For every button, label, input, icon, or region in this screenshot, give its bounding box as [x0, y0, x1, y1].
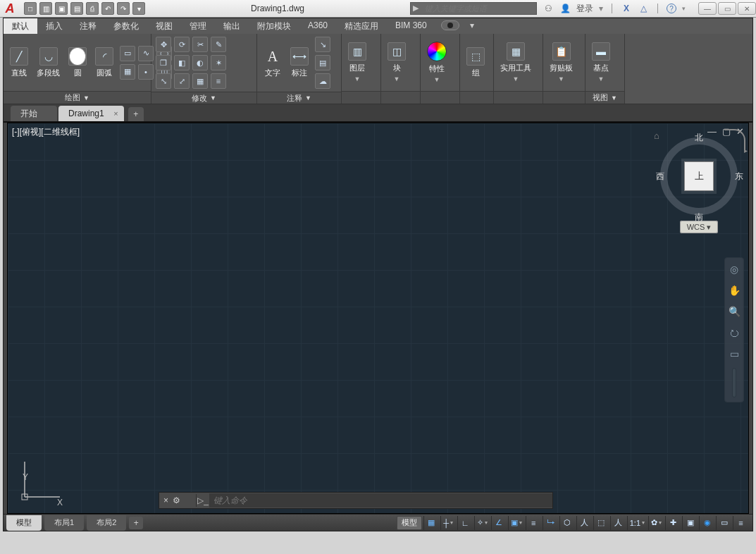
- rotate-icon[interactable]: ⟳: [174, 37, 190, 52]
- showmotion-icon[interactable]: ▭: [727, 347, 741, 361]
- fillet-icon[interactable]: ◐: [192, 55, 208, 70]
- tab-featured[interactable]: 精选应用: [336, 18, 387, 34]
- tab-default[interactable]: 默认: [4, 18, 37, 34]
- ribbon-minimize-icon[interactable]: ▾: [465, 18, 479, 34]
- circle-button[interactable]: 圆: [66, 46, 89, 80]
- undo-icon[interactable]: ↶: [101, 2, 114, 15]
- isodraft-icon[interactable]: ∠: [491, 516, 507, 530]
- redo-icon[interactable]: ↷: [117, 2, 130, 15]
- compass[interactable]: 北 南 西 东 上: [660, 137, 738, 215]
- polyline-button[interactable]: ◡多段线: [35, 46, 62, 80]
- minimize-button[interactable]: —: [698, 2, 717, 15]
- customize-icon[interactable]: ≡: [733, 516, 748, 530]
- tab-parametric[interactable]: 参数化: [105, 18, 147, 34]
- home-icon[interactable]: ⌂: [654, 130, 659, 141]
- open-icon[interactable]: ▥: [39, 2, 52, 15]
- tab-drawing1[interactable]: Drawing1×: [58, 106, 124, 121]
- explode-icon[interactable]: ✶: [211, 55, 226, 70]
- orbit-icon[interactable]: ⭮: [727, 326, 741, 340]
- save-icon[interactable]: ▣: [55, 2, 68, 15]
- tab-output[interactable]: 输出: [215, 18, 249, 34]
- cmd-close-icon[interactable]: ×: [163, 495, 168, 505]
- cmd-config-icon[interactable]: ⚙: [173, 495, 180, 505]
- isolation-icon[interactable]: ▣: [682, 516, 698, 530]
- app-logo[interactable]: A: [0, 0, 20, 17]
- pan-icon[interactable]: ✋: [727, 283, 741, 297]
- signin-label[interactable]: 登录: [576, 3, 593, 15]
- panel-draw-title[interactable]: 绘图▼: [4, 91, 151, 104]
- tab-start[interactable]: 开始: [11, 106, 57, 121]
- compass-east[interactable]: 东: [735, 171, 743, 183]
- copy-icon[interactable]: ❐: [156, 55, 171, 70]
- hatch-icon[interactable]: ▦: [120, 64, 135, 80]
- command-line[interactable]: ×⚙ ▷_: [159, 492, 553, 509]
- view-cube[interactable]: ⌂ 北 南 西 东 上 WCS ▾: [657, 130, 741, 233]
- exchange-a-icon[interactable]: △: [638, 3, 649, 14]
- block-button[interactable]: ◫块▼: [385, 41, 408, 84]
- panel-view-title[interactable]: 视图▼: [585, 91, 624, 104]
- print-icon[interactable]: ⎙: [86, 2, 99, 15]
- infocenter-icon[interactable]: ⚇: [543, 3, 554, 14]
- scale-label[interactable]: 1:1▾: [627, 516, 647, 530]
- clean-screen-icon[interactable]: ▭: [716, 516, 731, 530]
- offset-icon[interactable]: ≡: [211, 73, 226, 89]
- tab-addins[interactable]: 附加模块: [249, 18, 299, 34]
- annoscale-icon[interactable]: 人: [610, 516, 626, 530]
- arc-button[interactable]: ◜圆弧: [93, 46, 116, 80]
- trim-icon[interactable]: ✂: [192, 37, 208, 52]
- search-input[interactable]: [425, 4, 536, 13]
- clipboard-button[interactable]: 📋剪贴板▼: [547, 41, 575, 84]
- erase-icon[interactable]: ✎: [211, 37, 226, 52]
- grid-icon[interactable]: ▦: [423, 516, 439, 530]
- properties-button[interactable]: 特性▼: [425, 40, 449, 85]
- help-icon[interactable]: ?: [667, 4, 676, 13]
- drawing-area[interactable]: [-][俯视][二维线框] — ▢ ✕ ⌂ 北 南 西 东 上 WCS ▾ ◎ …: [7, 123, 749, 514]
- maximize-button[interactable]: ▭: [718, 2, 736, 15]
- zoom-extents-icon[interactable]: 🔍: [727, 304, 741, 319]
- compass-west[interactable]: 西: [656, 171, 664, 183]
- snap-icon[interactable]: ┼▾: [440, 516, 456, 530]
- add-tab-button[interactable]: +: [128, 107, 144, 121]
- osnap-icon[interactable]: ▣▾: [508, 516, 524, 530]
- signin-icon[interactable]: 👤: [559, 3, 571, 14]
- layer-button[interactable]: ▥图层▼: [346, 41, 368, 84]
- add-layout-button[interactable]: +: [129, 517, 143, 529]
- mirror-icon[interactable]: ◧: [174, 55, 190, 70]
- compass-south[interactable]: 南: [695, 211, 703, 223]
- close-button[interactable]: ✕: [738, 2, 756, 15]
- scale-icon[interactable]: ⤢: [174, 73, 190, 89]
- qat-more-icon[interactable]: ▾: [132, 2, 145, 15]
- selection-filter-icon[interactable]: ⬚: [593, 516, 609, 530]
- navbar-handle[interactable]: [732, 368, 736, 398]
- panel-annotate-title[interactable]: 注释▼: [257, 92, 341, 104]
- search-box[interactable]: ▶: [410, 2, 537, 15]
- tab-layout1[interactable]: 布局1: [44, 515, 84, 531]
- hardware-accel-icon[interactable]: ◉: [699, 516, 714, 530]
- panel-modify-title[interactable]: 修改▼: [151, 92, 256, 104]
- lineweight-icon[interactable]: ≡: [526, 516, 541, 530]
- stretch-icon[interactable]: ⤡: [156, 73, 171, 89]
- utilities-button[interactable]: ▦实用工具▼: [498, 41, 533, 84]
- ortho-icon[interactable]: ∟: [457, 516, 473, 530]
- tab-a360[interactable]: A360: [299, 18, 336, 34]
- rect-icon[interactable]: ▭: [120, 46, 135, 61]
- tab-layout2[interactable]: 布局2: [87, 515, 126, 531]
- annotation-monitor-icon[interactable]: ✚: [665, 516, 681, 530]
- text-button[interactable]: A文字: [261, 46, 284, 80]
- polar-icon[interactable]: ✧▾: [474, 516, 490, 530]
- ribbon-state-toggle[interactable]: [441, 20, 459, 30]
- command-input[interactable]: [209, 493, 552, 507]
- tab-manage[interactable]: 管理: [181, 18, 215, 34]
- 3dosnap-icon[interactable]: ⬡: [559, 516, 575, 530]
- cycling-icon[interactable]: ⮡: [543, 516, 558, 530]
- tab-insert[interactable]: 插入: [37, 18, 71, 34]
- gear-icon[interactable]: ✿▾: [648, 516, 664, 530]
- cloud-icon[interactable]: ☁: [315, 73, 330, 89]
- array-icon[interactable]: ▦: [192, 73, 208, 89]
- status-model[interactable]: 模型: [397, 516, 422, 530]
- tab-model[interactable]: 模型: [6, 515, 42, 531]
- viewport-label[interactable]: [-][俯视][二维线框]: [12, 126, 80, 138]
- leader-icon[interactable]: ↘: [315, 37, 330, 52]
- tab-view[interactable]: 视图: [147, 18, 181, 34]
- table-icon[interactable]: ▤: [315, 55, 330, 70]
